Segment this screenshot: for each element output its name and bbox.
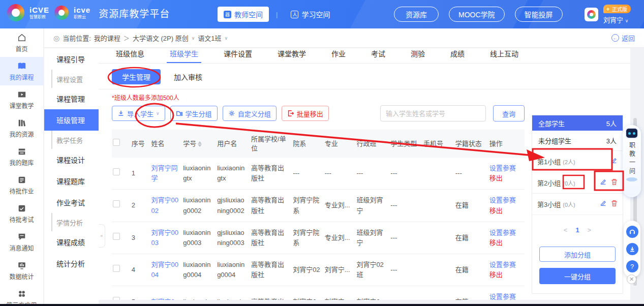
prev-page-button[interactable]: <	[564, 226, 568, 234]
set-contest-link[interactable]: 设置参赛	[489, 163, 522, 173]
group-name: 第2小组	[537, 178, 561, 188]
sidebar-item-label: 数据统计	[9, 272, 34, 281]
ungrouped-students-row[interactable]: 未分组学生 3人	[532, 131, 623, 151]
remove-link[interactable]: 移出	[489, 238, 522, 248]
sort-icon[interactable]	[198, 141, 202, 147]
menu-item-class-management[interactable]: 班级管理	[44, 109, 99, 131]
chevron-down-icon[interactable]: ∨	[192, 36, 195, 41]
user-menu[interactable]: 刘宵宁 ∨	[603, 15, 628, 24]
breadcrumb-class[interactable]: 语文1班	[198, 33, 221, 43]
tab-exam[interactable]: 考试	[368, 48, 388, 63]
sidebar-item-classroom-teaching[interactable]: 课堂教学	[0, 85, 43, 114]
customer-service-button[interactable]	[626, 226, 638, 238]
close-floating-bar-button[interactable]: ✕	[627, 274, 636, 284]
row-checkbox[interactable]	[113, 200, 120, 207]
breadcrumb-my-courses[interactable]: 我的课程	[94, 33, 120, 43]
row-checkbox[interactable]	[113, 168, 120, 175]
sidebar-item-third-party-apps[interactable]: 第三方应用	[0, 285, 43, 306]
menu-item-course-guide[interactable]: 课程引导	[44, 48, 99, 70]
add-group-button[interactable]: 添加分组	[539, 247, 616, 262]
tab-class-students[interactable]: 班级学生	[167, 48, 201, 63]
resource-library-button[interactable]: 资源库	[394, 7, 439, 22]
student-search-input[interactable]	[380, 105, 486, 121]
student-name-link[interactable]: 刘宵宁0004	[151, 261, 178, 279]
remove-link[interactable]: 移出	[489, 173, 522, 183]
tab-class-info[interactable]: 班级信息	[113, 48, 147, 63]
menu-item-course-grades[interactable]: 课程成绩	[44, 231, 99, 253]
all-students-header[interactable]: 全部学生 5人	[532, 115, 623, 131]
student-name-link[interactable]: 刘宵宁0003	[151, 229, 178, 247]
breadcrumb-course[interactable]: 大学语文 (2P) 原创	[133, 33, 189, 43]
set-contest-link[interactable]: 设置参赛	[489, 228, 522, 238]
group-row-1[interactable]: 第1小组 (2人)	[532, 151, 623, 172]
app-window: iCVE 智慧职教 icve 职教云 资源库教学平台 器 教师空间 | 人 学习…	[0, 0, 644, 306]
group-row-3[interactable]: 第3小组 (0人)	[532, 194, 623, 215]
mooc-college-button[interactable]: MOOC学院	[449, 7, 505, 22]
edit-group-icon[interactable]	[600, 200, 607, 208]
set-contest-link[interactable]: 设置参赛	[489, 292, 522, 300]
teacher-space-button[interactable]: 器 教师空间	[218, 7, 269, 22]
sidebar-item-messages[interactable]: 消息通知	[0, 228, 43, 256]
tab-grades[interactable]: 成绩	[447, 48, 468, 63]
batch-remove-button[interactable]: 批量移出	[282, 106, 329, 121]
cell-school: 高等教育出版社	[251, 261, 284, 279]
edit-group-icon[interactable]	[610, 157, 618, 166]
query-button[interactable]: 查询	[493, 105, 525, 121]
delete-group-icon[interactable]	[611, 200, 618, 208]
download-button[interactable]	[626, 243, 638, 255]
set-contest-link[interactable]: 设置参赛	[489, 260, 522, 270]
remove-link[interactable]: 移出	[489, 206, 522, 216]
cell-serial: 1	[132, 169, 135, 177]
current-page[interactable]: 1	[575, 226, 579, 234]
auto-group-button[interactable]: 一键分组	[539, 268, 616, 284]
edit-group-icon[interactable]	[600, 178, 607, 187]
custom-grouping-button[interactable]: 自定义分组	[223, 106, 277, 121]
tab-quiz[interactable]: 测验	[408, 48, 428, 63]
menu-item-statistical-analysis[interactable]: 统计分析	[44, 253, 99, 274]
tab-courseware-settings[interactable]: 课件设置	[221, 48, 255, 63]
assistant-widget[interactable]: 职教一问	[623, 125, 641, 197]
nav-divider: |	[276, 11, 278, 18]
sidebar-item-home[interactable]: 首页	[0, 28, 43, 57]
back-button[interactable]: ← 返回	[611, 33, 635, 43]
group-row-2[interactable]: 第2小组 (0人)	[532, 172, 623, 194]
set-contest-link[interactable]: 设置参赛	[489, 195, 522, 205]
row-checkbox[interactable]	[113, 265, 120, 272]
help-button[interactable]: ?	[626, 260, 638, 272]
table-row: 4 刘宵宁0004 liuxiaoning0004 liuxiaoning000…	[112, 254, 525, 286]
cell-school: 高等教育出	[251, 298, 284, 300]
app-logo-icon[interactable]	[585, 8, 598, 21]
row-checkbox[interactable]	[113, 297, 120, 300]
sidebar-item-my-courses[interactable]: 我的课程	[0, 57, 43, 85]
chevron-down-icon[interactable]: ∨	[225, 36, 228, 41]
sidebar-item-statistics[interactable]: 数据统计	[0, 256, 43, 285]
sidebar-collapse-handle[interactable]: «	[99, 224, 105, 248]
sidebar-item-my-resources[interactable]: 我的资源	[0, 114, 43, 142]
menu-item-homework-exam[interactable]: 作业考试	[44, 192, 99, 213]
delete-group-icon[interactable]	[611, 178, 618, 187]
student-name-link[interactable]: 刘宵宁0	[151, 298, 175, 300]
remove-link[interactable]: 移出	[489, 270, 522, 280]
row-checkbox[interactable]	[113, 233, 120, 240]
next-page-button[interactable]: >	[588, 226, 592, 234]
menu-item-course-design[interactable]: 课程设计	[44, 149, 99, 170]
tab-homework[interactable]: 作业	[328, 48, 349, 63]
learning-space-button[interactable]: 人 学习空间	[285, 7, 336, 22]
select-all-checkbox[interactable]	[113, 139, 120, 146]
sidebar-item-pending-exams[interactable]: 待批考试	[0, 199, 43, 228]
sidebar-item-label: 待批考试	[9, 215, 34, 224]
subtab-join-review[interactable]: 加入审核	[174, 72, 202, 82]
subtab-student-management[interactable]: 学生管理	[112, 69, 161, 84]
menu-item-course-management[interactable]: 课程管理	[44, 88, 99, 109]
smart-cast-button[interactable]: 智能投屏	[515, 7, 563, 22]
group-count: (2人)	[563, 158, 575, 166]
sidebar-item-question-bank[interactable]: 我的题库	[0, 142, 43, 171]
tab-classroom-teaching[interactable]: 课堂教学	[274, 48, 309, 63]
import-students-button[interactable]: 导入学生 ∨	[112, 106, 165, 121]
sidebar-item-pending-homework[interactable]: 待批作业	[0, 171, 43, 199]
menu-item-course-question-bank[interactable]: 课程题库	[44, 170, 99, 192]
student-name-link[interactable]: 刘宵宁同学	[151, 164, 178, 182]
student-grouping-button[interactable]: 学生分组	[170, 106, 218, 121]
student-name-link[interactable]: 刘宵宁0002	[151, 196, 178, 214]
tab-online-interaction[interactable]: 线上互动	[487, 48, 522, 63]
